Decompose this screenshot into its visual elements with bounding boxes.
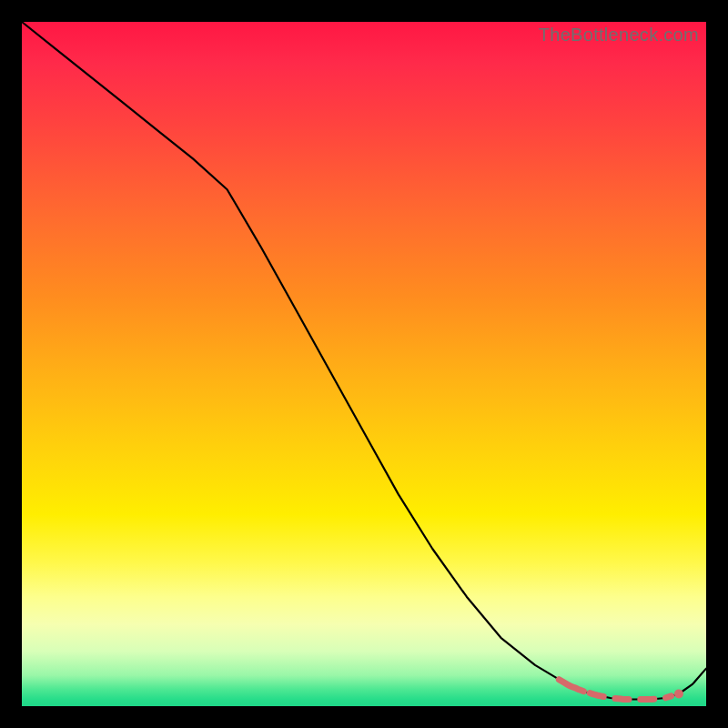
highlight-dots — [559, 680, 683, 700]
bottleneck-curve — [22, 22, 706, 700]
svg-point-0 — [674, 690, 683, 699]
chart-frame: TheBottleneck.com — [22, 22, 706, 706]
chart-svg — [22, 22, 706, 706]
